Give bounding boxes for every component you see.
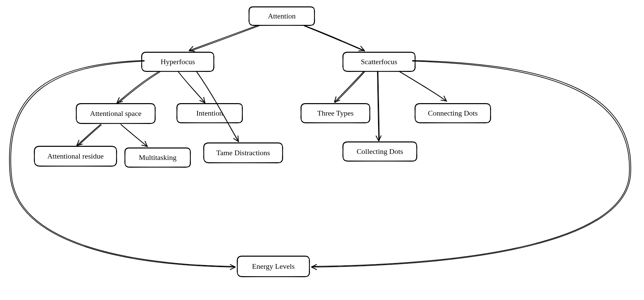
node-energy-levels: Energy Levels [236, 255, 310, 277]
node-attention: Attention [248, 6, 315, 26]
node-hyperfocus: Hyperfocus [141, 51, 215, 72]
node-label: Intention [196, 109, 223, 118]
node-three-types: Three Types [300, 103, 371, 124]
node-label: Attentional residue [47, 152, 104, 161]
node-label: Three Types [317, 109, 354, 118]
node-attentional-space: Attentional space [75, 103, 156, 124]
edge-scatterfocus-threetypes [335, 71, 364, 102]
node-label: Connecting Dots [428, 109, 478, 118]
edge-attentionalspace-attentionalresidue [77, 124, 101, 145]
node-label: Energy Levels [252, 262, 294, 271]
node-label: Hyperfocus [161, 57, 195, 66]
node-label: Multitasking [139, 153, 176, 162]
node-label: Collecting Dots [357, 147, 403, 156]
edge-attention-hyperfocus [190, 25, 258, 50]
node-collecting-dots: Collecting Dots [342, 141, 418, 162]
node-label: Tame Distractions [216, 148, 270, 157]
node-label: Attention [268, 12, 296, 20]
node-attentional-residue: Attentional residue [34, 145, 117, 167]
node-intention: Intention [176, 103, 243, 124]
node-connecting-dots: Connecting Dots [414, 103, 491, 124]
node-multitasking: Multitasking [124, 147, 191, 168]
edge-scatterfocus-energylevels [312, 60, 631, 267]
node-label: Scatterfocus [361, 57, 397, 66]
node-scatterfocus: Scatterfocus [342, 51, 416, 72]
node-tame-distractions: Tame Distractions [203, 142, 283, 164]
node-label: Attentional space [90, 109, 141, 118]
